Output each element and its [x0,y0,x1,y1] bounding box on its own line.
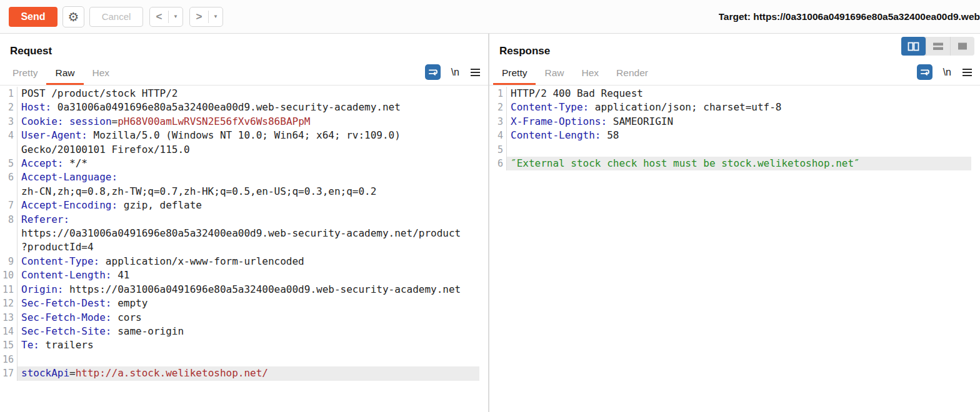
line-content: Sec-Fetch-Dest: empty [17,297,479,310]
line-number: 14 [0,325,17,338]
cancel-button[interactable]: Cancel [89,7,143,27]
line-content: Gecko/20100101 Firefox/115.0 [17,143,479,157]
editor-line[interactable]: zh-CN,zh;q=0.8,zh-TW;q=0.7,zh-HK;q=0.5,e… [0,185,488,199]
request-tabbar: PrettyRawHex \n [0,62,488,86]
editor-line[interactable]: 17stockApi=http://a.stock.weliketoshop.n… [0,366,488,380]
request-tab-raw[interactable]: Raw [46,63,83,85]
line-number: 1 [489,87,506,101]
editor-line[interactable]: 11Origin: https://0a31006a0491696e80a5a3… [0,283,488,297]
editor-line[interactable]: 7Accept-Encoding: gzip, deflate [0,199,488,212]
line-content: ″External stock check host must be stock… [506,157,971,170]
line-number: 4 [0,129,17,142]
editor-line[interactable]: 5Accept: */* [0,157,488,170]
line-content: Accept-Language: [17,170,479,184]
editor-line[interactable]: Gecko/20100101 Firefox/115.0 [0,143,488,157]
request-panel-title: Request [10,45,488,57]
line-content: Content-Length: 41 [17,268,479,282]
request-editor[interactable]: 1POST /product/stock HTTP/22Host: 0a3100… [0,86,488,381]
line-content: stockApi=http://a.stock.weliketoshop.net… [17,366,479,380]
send-button[interactable]: Send [9,7,58,27]
newline-toggle-icon[interactable]: \n [451,67,459,78]
line-content: https://0a31006a0491696e80a5a32400ea00d9… [17,227,479,240]
editor-line[interactable]: 8Referer: [0,213,488,227]
editor-line[interactable]: 12Sec-Fetch-Dest: empty [0,297,488,310]
columns-icon [907,41,920,52]
editor-line[interactable]: 3Cookie: session=pH68V00amLwRVSN2E56fXv6… [0,115,488,129]
request-tabs: PrettyRawHex [4,63,118,85]
line-number [0,185,17,199]
line-number: 2 [489,101,506,114]
response-tab-icons: \n [917,64,972,85]
word-wrap-icon[interactable] [917,64,932,80]
gear-icon: ⚙ [68,9,79,24]
line-content: HTTP/2 400 Bad Request [506,87,971,101]
line-number [0,143,17,157]
newline-toggle-icon[interactable]: \n [943,67,951,78]
forward-button[interactable]: > ▼ [189,7,223,27]
line-number: 1 [0,87,17,101]
line-number: 12 [0,297,17,310]
line-number: 10 [0,268,17,282]
menu-icon[interactable] [470,68,481,77]
response-panel: Response PrettyRawHexRender \n 1HTTP/2 [489,34,980,412]
request-tab-pretty[interactable]: Pretty [4,63,46,85]
line-number [0,227,17,240]
editor-line[interactable]: 6Accept-Language: [0,170,488,184]
editor-line[interactable]: https://0a31006a0491696e80a5a32400ea00d9… [0,227,488,240]
line-number: 6 [489,157,506,170]
line-content: Sec-Fetch-Site: same-origin [17,325,479,338]
layout-rows-button[interactable] [926,37,950,56]
line-number: 16 [0,353,17,366]
repeater-main: Request PrettyRawHex \n 1POST /product/ [0,34,980,412]
toolbar: Send ⚙ Cancel < ▼ > ▼ Target: https://0a… [0,0,980,34]
line-number: 2 [0,101,17,114]
line-number: 3 [0,115,17,129]
forward-dropdown-arrow-icon[interactable]: ▼ [209,14,222,19]
editor-line[interactable]: ?productId=4 [0,240,488,254]
line-number: 8 [0,213,17,227]
editor-line[interactable]: 1HTTP/2 400 Bad Request [489,87,980,101]
line-content: POST /product/stock HTTP/2 [17,87,479,101]
response-tab-render[interactable]: Render [608,63,657,85]
layout-single-button[interactable] [950,37,974,56]
response-tab-raw[interactable]: Raw [536,63,572,85]
line-number: 15 [0,338,17,352]
line-content: ?productId=4 [17,240,479,254]
line-content [506,143,971,157]
editor-line[interactable]: 10Content-Length: 41 [0,268,488,282]
layout-columns-button[interactable] [901,37,926,56]
editor-line[interactable]: 14Sec-Fetch-Site: same-origin [0,325,488,338]
response-tab-hex[interactable]: Hex [573,63,608,85]
line-content: User-Agent: Mozilla/5.0 (Windows NT 10.0… [17,129,479,142]
line-number: 5 [0,157,17,170]
chevron-left-icon: < [150,11,168,23]
back-dropdown-arrow-icon[interactable]: ▼ [169,14,182,19]
line-number: 6 [0,170,17,184]
editor-line[interactable]: 16 [0,353,488,366]
editor-line[interactable]: 13Sec-Fetch-Mode: cors [0,311,488,325]
menu-icon[interactable] [962,68,972,77]
editor-line[interactable]: 15Te: trailers [0,338,488,352]
settings-button[interactable]: ⚙ [62,6,84,27]
response-tab-pretty[interactable]: Pretty [493,63,536,85]
line-content: Host: 0a31006a0491696e80a5a32400ea00d9.w… [17,101,479,114]
line-number: 17 [0,366,17,380]
editor-line[interactable]: 1POST /product/stock HTTP/2 [0,87,488,101]
editor-line[interactable]: 2Content-Type: application/json; charset… [489,101,980,114]
back-button[interactable]: < ▼ [149,7,183,27]
response-editor[interactable]: 1HTTP/2 400 Bad Request2Content-Type: ap… [489,86,980,170]
line-content: Referer: [17,213,479,227]
editor-line[interactable]: 6″External stock check host must be stoc… [489,157,980,170]
line-content [17,353,479,366]
request-tab-hex[interactable]: Hex [84,63,119,85]
word-wrap-icon[interactable] [425,64,441,80]
editor-line[interactable]: 5 [489,143,980,157]
line-content: Content-Type: application/json; charset=… [506,101,971,114]
line-content: Content-Type: application/x-www-form-url… [17,255,479,268]
editor-line[interactable]: 9Content-Type: application/x-www-form-ur… [0,255,488,268]
editor-line[interactable]: 4Content-Length: 58 [489,129,980,142]
editor-line[interactable]: 4User-Agent: Mozilla/5.0 (Windows NT 10.… [0,129,488,142]
editor-line[interactable]: 3X-Frame-Options: SAMEORIGIN [489,115,980,129]
editor-line[interactable]: 2Host: 0a31006a0491696e80a5a32400ea00d9.… [0,101,488,114]
line-number: 7 [0,199,17,212]
